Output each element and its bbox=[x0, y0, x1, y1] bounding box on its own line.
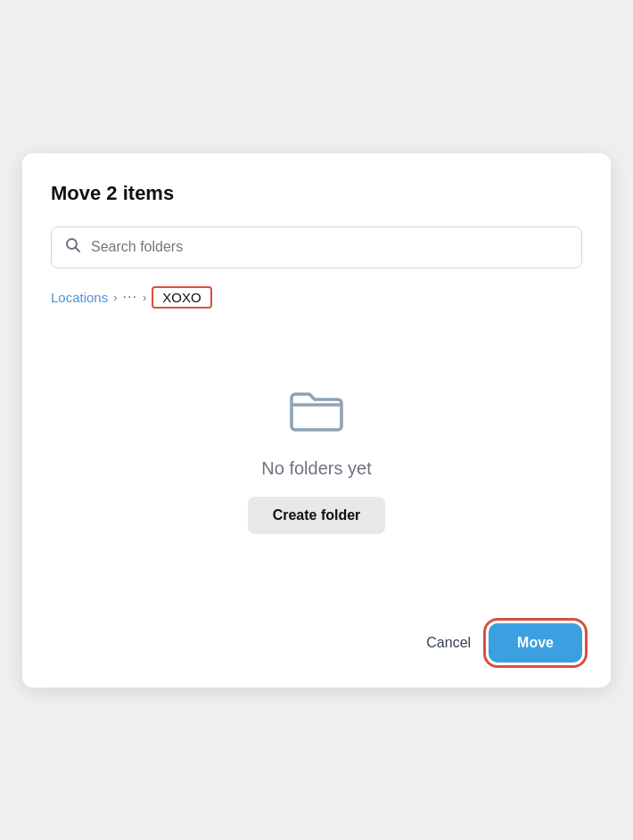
search-icon bbox=[64, 236, 82, 259]
folder-empty-icon bbox=[284, 380, 349, 444]
move-items-modal: Move 2 items Locations › ··· › XOXO No f… bbox=[22, 153, 611, 688]
breadcrumb-chevron-icon: › bbox=[113, 291, 117, 304]
create-folder-button[interactable]: Create folder bbox=[248, 497, 386, 534]
breadcrumb-ellipsis: ··· bbox=[123, 289, 137, 305]
search-bar bbox=[51, 226, 582, 268]
cancel-button[interactable]: Cancel bbox=[426, 635, 471, 651]
modal-footer: Cancel Move bbox=[51, 609, 582, 663]
search-input[interactable] bbox=[91, 239, 569, 255]
no-folders-text: No folders yet bbox=[261, 458, 371, 479]
breadcrumb-chevron-icon-2: › bbox=[143, 291, 146, 304]
empty-state: No folders yet Create folder bbox=[51, 337, 582, 581]
modal-title: Move 2 items bbox=[51, 182, 582, 205]
breadcrumb: Locations › ··· › XOXO bbox=[51, 286, 582, 309]
svg-line-1 bbox=[76, 247, 80, 251]
breadcrumb-locations[interactable]: Locations bbox=[51, 290, 108, 305]
breadcrumb-current-folder[interactable]: XOXO bbox=[152, 286, 211, 309]
move-button[interactable]: Move bbox=[489, 623, 582, 663]
